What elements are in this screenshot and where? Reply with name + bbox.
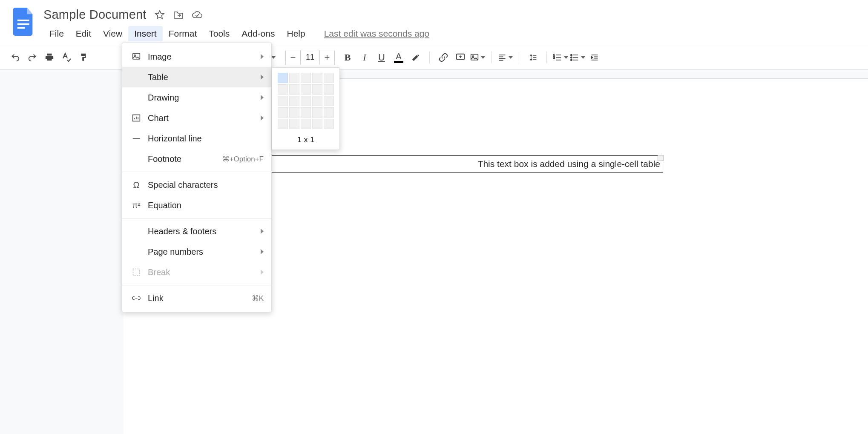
insert-image-label: Image [148,52,257,62]
font-size-increase[interactable]: + [320,52,334,63]
menu-view[interactable]: View [97,26,128,41]
grid-cell[interactable] [301,119,311,129]
grid-cell[interactable] [301,84,311,95]
insert-hline-label: Horizontal line [148,134,264,144]
svg-rect-0 [17,20,29,21]
grid-cell[interactable] [278,73,288,83]
grid-cell[interactable] [324,84,334,95]
print-icon[interactable] [42,50,57,65]
grid-cell[interactable] [312,73,322,83]
align-button[interactable] [497,50,513,65]
docs-logo-icon[interactable] [13,7,35,37]
submenu-arrow-icon [261,95,264,100]
insert-break[interactable]: Break [122,262,271,282]
insert-image[interactable]: Image [122,46,271,67]
star-icon[interactable] [154,9,165,20]
insert-drawing[interactable]: Drawing [122,87,271,108]
insert-special-characters[interactable]: Ω Special characters [122,175,271,195]
menu-format[interactable]: Format [163,26,203,41]
menu-insert[interactable]: Insert [128,26,163,41]
font-size-value[interactable]: 11 [300,50,320,64]
insert-image-toolbar-icon[interactable] [470,50,485,65]
cell-text[interactable]: This text box is added using a single-ce… [478,159,660,169]
menu-file[interactable]: File [43,26,70,41]
insert-equation[interactable]: π² Equation [122,195,271,216]
grid-cell[interactable] [312,84,322,95]
grid-cell[interactable] [301,107,311,118]
redo-icon[interactable] [25,50,40,65]
undo-icon[interactable] [8,50,23,65]
menu-divider [122,172,271,172]
underline-button[interactable]: U [374,50,389,65]
insert-equation-label: Equation [148,201,264,210]
app-header: Sample Document File Edit View Insert Fo… [0,0,868,45]
grid-cell[interactable] [301,73,311,83]
bulleted-list-button[interactable] [570,50,585,65]
grid-cell[interactable] [324,107,334,118]
insert-page-numbers[interactable]: Page numbers [122,241,271,262]
cell-handle-icon[interactable] [658,155,664,161]
grid-cell[interactable] [324,96,334,106]
grid-cell[interactable] [289,73,299,83]
insert-footnote[interactable]: Footnote ⌘+Option+F [122,149,271,169]
grid-cell[interactable] [312,107,322,118]
submenu-arrow-icon [261,229,264,234]
insert-drawing-label: Drawing [148,93,257,103]
insert-link[interactable]: Link ⌘K [122,288,271,308]
link-icon [130,294,143,302]
grid-cell[interactable] [289,96,299,106]
italic-button[interactable]: I [357,50,372,65]
insert-chart[interactable]: Chart [122,108,271,128]
line-spacing-button[interactable] [525,50,540,65]
numbered-list-button[interactable]: 12 [553,50,568,65]
svg-point-9 [570,57,572,58]
grid-cell[interactable] [301,96,311,106]
break-icon [130,268,143,276]
submenu-arrow-icon [261,54,264,59]
decrease-indent-button[interactable] [587,50,602,65]
insert-link-icon[interactable] [436,50,451,65]
insert-break-label: Break [148,267,257,277]
menu-edit[interactable]: Edit [70,26,97,41]
insert-chart-label: Chart [148,113,257,123]
menu-addons[interactable]: Add-ons [236,26,281,41]
submenu-arrow-icon [261,249,264,254]
document-title[interactable]: Sample Document [43,8,147,22]
grid-cell[interactable] [278,96,288,106]
grid-cell[interactable] [312,119,322,129]
highlight-color-button[interactable] [408,50,423,65]
grid-cell[interactable] [289,107,299,118]
font-size-decrease[interactable]: − [286,52,300,63]
move-icon[interactable] [173,9,184,20]
table-size-label: 1 x 1 [277,133,334,144]
grid-cell[interactable] [324,119,334,129]
insert-headers-footers[interactable]: Headers & footers [122,221,271,241]
grid-cell[interactable] [324,73,334,83]
menu-help[interactable]: Help [281,26,311,41]
paint-format-icon[interactable] [76,50,91,65]
svg-rect-1 [17,23,29,25]
svg-rect-14 [133,269,140,276]
grid-cell[interactable] [278,119,288,129]
insert-pagenum-label: Page numbers [148,247,257,257]
link-shortcut: ⌘K [252,294,264,303]
grid-cell[interactable] [278,107,288,118]
bold-button[interactable]: B [340,50,355,65]
grid-cell[interactable] [278,84,288,95]
table-size-picker: 1 x 1 [272,67,340,150]
grid-cell[interactable] [289,119,299,129]
grid-cell[interactable] [312,96,322,106]
insert-table[interactable]: Table [122,67,271,87]
table-grid[interactable] [277,73,334,129]
last-edit-link[interactable]: Last edit was seconds ago [324,29,430,39]
insert-horizontal-line[interactable]: Horizontal line [122,128,271,149]
text-color-button[interactable]: A [391,50,406,65]
svg-text:2: 2 [553,56,555,59]
spellcheck-icon[interactable] [59,50,74,65]
cloud-saved-icon[interactable] [192,9,203,20]
menu-bar: File Edit View Insert Format Tools Add-o… [43,26,863,45]
menu-tools[interactable]: Tools [203,26,236,41]
add-comment-icon[interactable] [453,50,468,65]
grid-cell[interactable] [289,84,299,95]
submenu-arrow-icon [261,115,264,121]
